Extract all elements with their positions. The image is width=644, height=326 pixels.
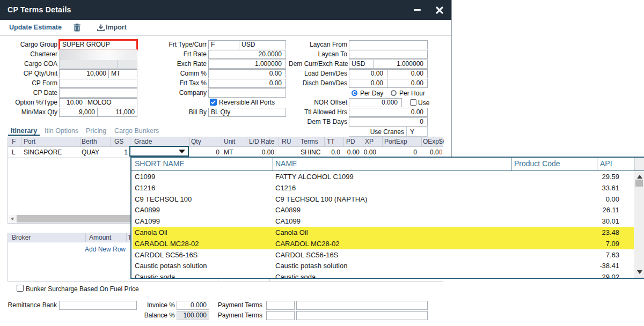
laycan_from-input[interactable] [349,40,428,49]
dropdown-row-caradol-mc28-02[interactable]: CARADOL MC28-02CARADOL MC28-027.09 [133,238,634,249]
minimize-button[interactable] [411,0,424,20]
grade-cell-editor[interactable] [129,146,189,157]
payment_terms_2-input-2[interactable] [296,311,428,320]
itinerary-cell-unit[interactable]: MT [224,147,246,158]
option_pct_type-input-2[interactable]: MOLOO [85,98,137,107]
itinerary-cell-ldrate[interactable]: 0.00 [246,147,274,158]
grid-col-f[interactable]: F [12,137,21,146]
ttl_allowed_hrs-input[interactable]: 0.00 [349,108,428,117]
broker-col-amount[interactable]: Amount [89,233,126,242]
comm_pct-input[interactable]: 0.00 [208,69,286,78]
dem_tb_days-input[interactable]: 0 [349,117,428,127]
dropdown-scroll-thumb[interactable] [635,180,643,187]
reversible-all-ports-checkbox[interactable] [210,99,217,106]
invoice_pct-input[interactable]: 0.000 [177,301,209,310]
load_dem_des-input-1[interactable]: 0.00 [349,69,387,78]
dropdown-col-product-code[interactable]: Product Code [514,159,560,168]
exch_rate-input[interactable]: 1.000000 [208,60,286,69]
per-hour-radio[interactable] [391,90,397,96]
cp_date-input[interactable] [59,88,137,98]
add-new-row-link[interactable]: Add New Row [81,246,129,253]
min_max_qty-input-1[interactable]: 9,000 [59,108,98,117]
itinerary-cell-oexpt[interactable]: 0.00 [430,147,442,158]
company-input[interactable] [208,88,286,98]
dropdown-col-name[interactable]: NAME [275,159,297,168]
dropdown-row-ca1099[interactable]: CA1099CA109930.01 [133,216,634,227]
nor_offset-input[interactable]: 0.000 [349,98,402,107]
frt_rate-input[interactable]: 20.0000 [208,50,286,59]
dropdown-row-c1099[interactable]: C1099FATTY ALCOHOL C109929.59 [133,171,634,182]
cargo_coa-input-1[interactable] [59,60,118,69]
load_dem_des-input-2[interactable]: 0.00 [387,69,428,78]
grid-col-terms[interactable]: Terms [301,137,324,146]
scroll-down-icon[interactable] [637,270,642,274]
grid-col-qty[interactable]: Qty [191,137,222,146]
disch_dem_des-input-2[interactable]: 0.00 [387,79,428,88]
per-day-radio[interactable] [352,90,357,96]
itinerary-cell-portexp[interactable]: 0 [382,147,417,158]
bunker-surcharge-checkbox[interactable] [17,285,24,292]
min_max_qty-input-2[interactable]: 11,000 [97,108,137,117]
dem_curr_exch-input-1[interactable]: USD [349,60,374,69]
grid-col-unit[interactable]: Unit [224,137,246,146]
dropdown-row-c1216[interactable]: C1216C121633.61 [133,182,634,194]
grid-col-gs[interactable]: GS [114,137,130,146]
grid-col-pd[interactable]: PD [346,137,363,146]
delete-button[interactable] [72,22,82,34]
itinerary-cell-xp[interactable]: 0.00 [363,147,376,158]
grid-col-port[interactable]: Port [24,137,80,146]
dropdown-v-scrollbar[interactable] [634,171,644,278]
itinerary-cell-pd[interactable]: 0.00 [343,147,360,158]
frt_tax_pct-input[interactable]: 0.00 [208,79,286,88]
balance_pct-input[interactable]: 100.000 [177,311,209,320]
payment_terms_1-input-1[interactable] [266,301,295,310]
cp_qty_unit-input-1[interactable]: 10,000 [59,69,109,78]
dropdown-row-canola-oil[interactable]: Canola OilCanola Oil23.48 [133,227,634,238]
dropdown-row-c9-techsol-100[interactable]: C9 TECHSOL 100C9 TECHSOL 100 (NAPTHA)0.0… [133,194,634,205]
grid-col-xp[interactable]: XP [365,137,382,146]
cp_form-input[interactable] [59,79,137,88]
cargo_group-input[interactable]: SUPER GROUP [58,39,138,50]
nor-use-checkbox[interactable] [410,99,416,106]
dropdown-col-api[interactable]: API [600,159,612,168]
grid-col-berth[interactable]: Berth [82,137,110,146]
tab-cargo-bunkers[interactable]: Cargo Bunkers [114,127,159,135]
itinerary-cell-f[interactable]: L [12,147,21,158]
grid-col-tt[interactable]: TT [327,137,343,146]
dem_curr_exch-input-2[interactable]: 1.000000 [374,60,428,69]
tab-itin-options[interactable]: Itin Options [45,127,78,135]
grid-col-ru[interactable]: RU [282,137,297,146]
bill_by-input[interactable]: BL Qty [208,108,286,117]
cargo_coa-input-2[interactable] [117,60,137,69]
grid-col-grade[interactable]: Grade [134,137,189,146]
tab-pricing[interactable]: Pricing [86,127,106,135]
close-button[interactable] [433,0,447,20]
tab-itinerary[interactable]: Itinerary [8,127,40,135]
dropdown-row-caustic-potash-solution[interactable]: Caustic potash solutionCaustic potash so… [133,260,634,271]
disch_dem_des-input-1[interactable]: 0.00 [349,79,387,88]
itinerary-cell-terms[interactable]: SHINC [301,147,324,158]
scroll-left-button[interactable] [9,215,16,223]
itinerary-cell-gs[interactable]: 1 [110,147,128,158]
itinerary-cell-port[interactable]: SINGAPORE [24,147,80,158]
scroll-up-icon[interactable] [637,175,642,179]
payment_terms_1-input-2[interactable] [296,301,428,310]
grid-col-ldrate[interactable]: L/D Rate [249,137,279,146]
broker-col-broker[interactable]: Broker [12,233,85,242]
laycan_to-input[interactable] [349,50,428,59]
dropdown-row-cardol-sc56-16s[interactable]: CARDOL SC56-16SCARDOL SC56-16S7.63 [133,249,634,261]
use-cranes-value[interactable]: Y [410,128,414,136]
itinerary-cell-qty[interactable]: 0 [189,147,219,158]
dropdown-row-caustic-soda[interactable]: Caustic sodaCaustic soda29.02 [133,271,634,278]
update-estimate-button[interactable]: Update Estimate [9,24,62,31]
import-button[interactable]: Import [97,22,127,34]
dropdown-arrow-icon[interactable] [179,150,185,153]
itinerary-cell-berth[interactable]: QUAY [82,147,110,158]
itinerary-cell-tt[interactable]: 0.0 [324,147,340,158]
frt_type_curr-input-1[interactable]: F [208,40,239,49]
grid-col-portexp[interactable]: PortExp [384,137,421,146]
payment_terms_2-input-1[interactable] [266,311,295,320]
option_pct_type-input-1[interactable]: 10.00 [59,98,85,107]
cp_qty_unit-input-2[interactable]: MT [108,69,137,78]
remittance_bank-input[interactable] [59,301,137,310]
